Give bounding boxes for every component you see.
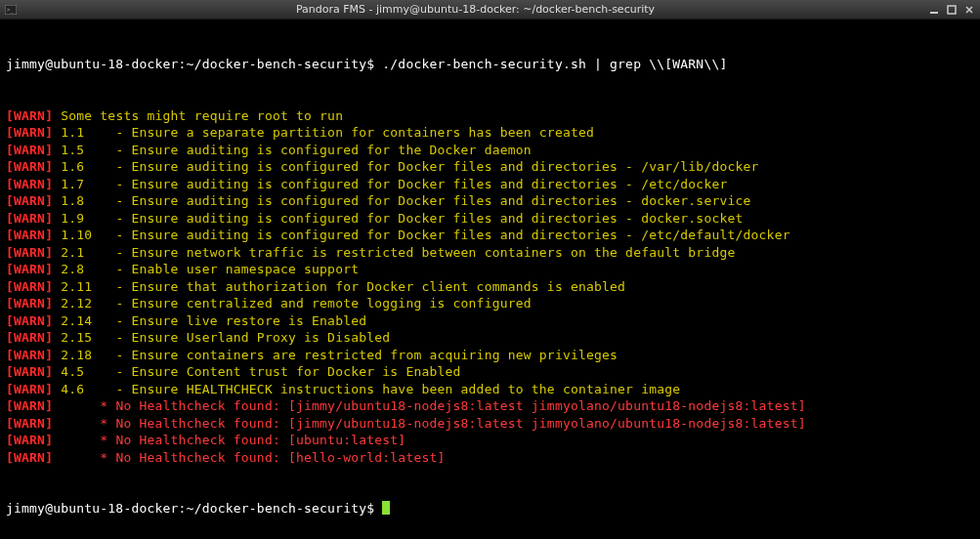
output-line: [WARN] 2.1 - Ensure network traffic is r… — [6, 244, 974, 262]
minimize-button[interactable] — [927, 3, 941, 17]
output-message: 2.11 - Ensure that authorization for Doc… — [61, 279, 625, 294]
warn-label: WARN — [14, 228, 45, 242]
warn-bracket: ] — [45, 348, 53, 362]
warn-label: WARN — [14, 398, 45, 413]
warn-bracket: [ — [6, 211, 14, 226]
warn-bracket: [ — [6, 245, 14, 260]
output-line: [WARN] * No Healthcheck found: [ubuntu:l… — [6, 432, 974, 449]
svg-rect-3 — [948, 6, 956, 14]
output-line: [WARN] 2.18 - Ensure containers are rest… — [6, 347, 974, 364]
output-message: * No Healthcheck found: [jimmy/ubuntu18-… — [61, 416, 806, 431]
warn-bracket: ] — [45, 382, 53, 396]
output-message: * No Healthcheck found: [ubuntu:latest] — [61, 433, 405, 447]
warn-bracket: [ — [6, 279, 14, 294]
output-line: [WARN] 4.5 - Ensure Content trust for Do… — [6, 363, 974, 381]
warn-label: WARN — [14, 279, 45, 294]
output-line: [WARN] 2.11 - Ensure that authorization … — [6, 278, 974, 296]
output-message: 2.8 - Enable user namespace support — [61, 262, 359, 276]
warn-bracket: [ — [6, 416, 14, 431]
output-line: [WARN] 1.6 - Ensure auditing is configur… — [6, 158, 974, 176]
warn-bracket: ] — [45, 262, 53, 276]
window-title: Pandora FMS - jimmy@ubuntu-18-docker: ~/… — [23, 3, 927, 16]
warn-bracket: ] — [45, 193, 53, 208]
warn-label: WARN — [14, 313, 45, 328]
warn-label: WARN — [14, 211, 45, 226]
warn-label: WARN — [14, 177, 45, 191]
output-line: [WARN] 1.5 - Ensure auditing is configur… — [6, 142, 974, 159]
output-message: 2.1 - Ensure network traffic is restrict… — [61, 245, 735, 260]
warn-bracket: ] — [45, 108, 53, 123]
warn-bracket: ] — [45, 330, 53, 345]
warn-bracket: [ — [6, 193, 14, 208]
titlebar: >_ Pandora FMS - jimmy@ubuntu-18-docker:… — [0, 0, 980, 20]
warn-bracket: [ — [6, 348, 14, 362]
warn-bracket: [ — [6, 450, 14, 465]
output-message: 2.15 - Ensure Userland Proxy is Disabled — [61, 330, 390, 345]
output-line: [WARN] 2.15 - Ensure Userland Proxy is D… — [6, 329, 974, 347]
output-line: [WARN] 2.12 - Ensure centralized and rem… — [6, 295, 974, 312]
warn-bracket: ] — [45, 125, 53, 140]
output-message: * No Healthcheck found: [jimmy/ubuntu18-… — [61, 398, 806, 413]
warn-bracket: ] — [45, 159, 53, 174]
output-message: 1.9 - Ensure auditing is configured for … — [61, 211, 743, 226]
warn-label: WARN — [14, 416, 45, 431]
warn-bracket: [ — [6, 398, 14, 413]
prompt: jimmy@ubuntu-18-docker:~/docker-bench-se… — [6, 57, 374, 71]
warn-bracket: ] — [45, 450, 53, 465]
warn-bracket: ] — [45, 245, 53, 260]
window-controls — [927, 3, 976, 17]
warn-label: WARN — [14, 193, 45, 208]
output-line: [WARN] 4.6 - Ensure HEALTHCHECK instruct… — [6, 381, 974, 398]
warn-bracket: ] — [45, 416, 53, 431]
output-line: [WARN] 1.8 - Ensure auditing is configur… — [6, 192, 974, 210]
command: ./docker-bench-security.sh | grep \\[WAR… — [382, 57, 727, 71]
warn-bracket: [ — [6, 330, 14, 345]
command-line: jimmy@ubuntu-18-docker:~/docker-bench-se… — [6, 56, 974, 73]
output-line: [WARN] * No Healthcheck found: [jimmy/ub… — [6, 415, 974, 433]
maximize-button[interactable] — [945, 3, 959, 17]
warn-label: WARN — [14, 245, 45, 260]
output-message: 1.10 - Ensure auditing is configured for… — [61, 228, 789, 242]
output-message: 2.14 - Ensure live restore is Enabled — [61, 313, 366, 328]
warn-label: WARN — [14, 330, 45, 345]
warn-label: WARN — [14, 450, 45, 465]
warn-bracket: [ — [6, 108, 14, 123]
warn-bracket: [ — [6, 382, 14, 396]
warn-bracket: ] — [45, 143, 53, 157]
warn-label: WARN — [14, 296, 45, 311]
warn-bracket: [ — [6, 228, 14, 242]
warn-label: WARN — [14, 262, 45, 276]
output-message: 4.6 - Ensure HEALTHCHECK instructions ha… — [61, 382, 680, 396]
warn-bracket: [ — [6, 143, 14, 157]
output-line: [WARN] * No Healthcheck found: [jimmy/ub… — [6, 397, 974, 415]
terminal-body[interactable]: jimmy@ubuntu-18-docker:~/docker-bench-se… — [0, 20, 980, 536]
output-message: 1.1 - Ensure a separate partition for co… — [61, 125, 594, 140]
warn-bracket: [ — [6, 125, 14, 140]
output-message: 1.8 - Ensure auditing is configured for … — [61, 193, 750, 208]
output-line: [WARN] 2.14 - Ensure live restore is Ena… — [6, 312, 974, 330]
svg-rect-2 — [930, 12, 938, 14]
warn-label: WARN — [14, 382, 45, 396]
warn-bracket: [ — [6, 262, 14, 276]
warn-bracket: ] — [45, 279, 53, 294]
output-message: 2.12 - Ensure centralized and remote log… — [61, 296, 532, 311]
warn-label: WARN — [14, 364, 45, 379]
warn-bracket: ] — [45, 433, 53, 447]
warn-bracket: ] — [45, 177, 53, 191]
warn-label: WARN — [14, 433, 45, 447]
output-message: 1.5 - Ensure auditing is configured for … — [61, 143, 532, 157]
output-line: [WARN] 2.8 - Enable user namespace suppo… — [6, 261, 974, 278]
terminal-icon: >_ — [4, 3, 18, 17]
warn-bracket: ] — [45, 228, 53, 242]
warn-label: WARN — [14, 348, 45, 362]
output-message: 2.18 - Ensure containers are restricted … — [61, 348, 618, 362]
output-line: [WARN] 1.1 - Ensure a separate partition… — [6, 124, 974, 142]
cursor — [382, 501, 390, 515]
close-button[interactable] — [962, 3, 976, 17]
warn-bracket: ] — [45, 296, 53, 311]
output-line: [WARN] 1.9 - Ensure auditing is configur… — [6, 210, 974, 228]
warn-bracket: [ — [6, 177, 14, 191]
warn-bracket: [ — [6, 296, 14, 311]
output-message: * No Healthcheck found: [hello-world:lat… — [61, 450, 445, 465]
warn-label: WARN — [14, 159, 45, 174]
